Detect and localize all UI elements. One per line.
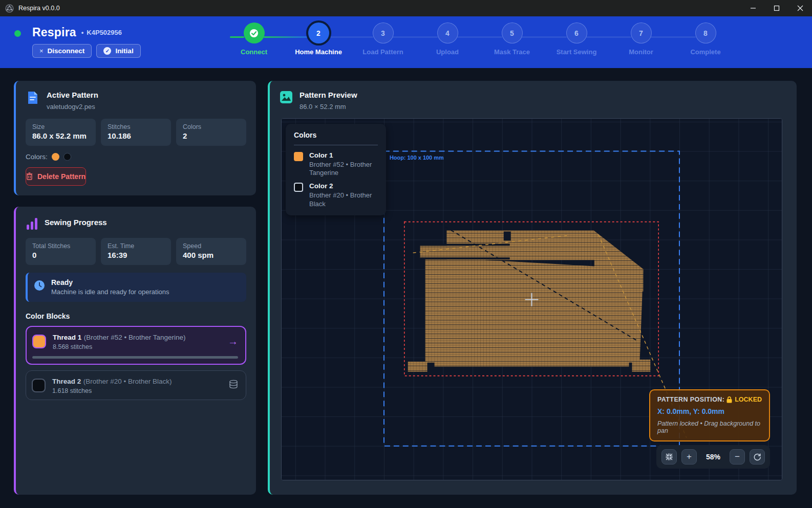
clock-icon — [34, 280, 45, 291]
position-coordinates: X: 0.0mm, Y: 0.0mm — [657, 407, 762, 415]
preview-canvas[interactable]: Hoop: 100 x 100 mm — [281, 118, 782, 480]
active-pattern-card: Active Pattern valetudogv2.pes Size 86.0… — [14, 81, 256, 195]
step-monitor[interactable]: 7 Monitor — [609, 23, 673, 56]
trash-icon — [26, 172, 33, 180]
connection-status-dot — [14, 30, 21, 37]
fit-to-screen-button[interactable] — [661, 449, 677, 465]
minimize-icon[interactable] — [741, 0, 765, 16]
document-icon — [26, 91, 40, 105]
zoom-level: 58% — [701, 453, 725, 461]
sewing-progress-card: Sewing Progress Total Stitches 0 Est. Ti… — [14, 207, 256, 495]
app-icon — [5, 4, 14, 13]
compress-icon — [666, 453, 673, 460]
pattern-preview-card: Pattern Preview 86.0 × 52.2 mm — [268, 81, 797, 495]
status-title: Ready — [51, 278, 169, 286]
thread-block-1[interactable]: Thread 1 (Brother #52 • Brother Tangerin… — [26, 326, 246, 365]
lock-icon — [726, 396, 732, 403]
machine-status-banner: Ready Machine is idle and ready for oper… — [26, 273, 246, 302]
step-connect-check-icon — [244, 23, 265, 43]
delete-pattern-button[interactable]: Delete Pattern — [26, 167, 86, 186]
legend-item-color-1: Color 1 Brother #52 • Brother Tangerine — [294, 151, 378, 178]
hoop-label: Hoop: 100 x 100 mm — [390, 154, 444, 161]
pattern-filename: valetudogv2.pes — [47, 103, 98, 111]
sewing-progress-title: Sewing Progress — [45, 218, 107, 228]
close-icon[interactable] — [788, 0, 812, 16]
legend-swatch-1 — [294, 152, 303, 161]
step-load-pattern[interactable]: 3 Load Pattern — [351, 23, 415, 56]
image-icon — [280, 91, 293, 104]
pattern-preview-title: Pattern Preview — [300, 91, 357, 100]
titlebar: Respira v0.0.0 — [0, 0, 812, 16]
colors-label: Colors: — [26, 153, 48, 161]
position-hint: Pattern locked • Drag background to pan — [657, 420, 762, 434]
pattern-dimensions: 86.0 × 52.2 mm — [300, 103, 357, 111]
stat-colors: Colors 2 — [176, 119, 246, 146]
serial-bullet: • — [81, 29, 84, 36]
position-label: PATTERN POSITION: — [657, 396, 724, 403]
legend-title: Colors — [294, 131, 378, 139]
thread-queue-icon — [228, 380, 239, 391]
active-pattern-title: Active Pattern — [47, 91, 98, 100]
step-mask-trace[interactable]: 5 Mask Trace — [480, 23, 544, 56]
stat-stitches: Stitches 10.186 — [101, 119, 171, 146]
stat-size: Size 86.0 x 52.2 mm — [26, 119, 96, 146]
locked-badge: LOCKED — [726, 396, 762, 403]
color-swatch-2 — [63, 153, 71, 161]
step-complete[interactable]: 8 Complete — [673, 23, 738, 56]
color-swatch-1 — [52, 153, 59, 161]
zoom-out-button[interactable]: − — [730, 449, 745, 465]
refresh-icon — [754, 453, 761, 461]
colors-legend: Colors Color 1 Brother #52 • Brother Tan… — [286, 124, 386, 215]
maximize-icon[interactable] — [765, 0, 788, 16]
disconnect-button[interactable]: × Disconnect — [32, 44, 92, 58]
reset-view-button[interactable] — [750, 449, 765, 465]
stat-speed: Speed 400 spm — [176, 238, 246, 265]
wizard-stepper: Connect 2 Home Machine 3 Load Pattern 4 … — [222, 23, 738, 56]
color-blocks-label: Color Blocks — [16, 302, 256, 320]
thread-block-2[interactable]: Thread 2 (Brother #20 • Brother Black) 1… — [26, 370, 246, 400]
legend-item-color-2: Color 2 Brother #20 • Brother Black — [294, 182, 378, 208]
pattern-position-overlay: PATTERN POSITION: LOCKED X: 0.0mm, Y: 0.… — [649, 389, 770, 441]
initial-button[interactable]: ✓ Initial — [96, 44, 140, 58]
disconnect-x-icon: × — [39, 47, 44, 55]
machine-serial: K4P502956 — [87, 29, 122, 36]
stat-est-time: Est. Time 16:39 — [101, 238, 171, 265]
step-upload[interactable]: 4 Upload — [415, 23, 480, 56]
zoom-controls: + 58% − — [656, 445, 770, 469]
brand-title: Respira — [32, 26, 76, 39]
bar-chart-icon — [27, 216, 37, 230]
zoom-in-button[interactable]: + — [681, 449, 697, 465]
stat-total-stitches: Total Stitches 0 — [26, 238, 96, 265]
thread-1-progress-bar — [32, 356, 238, 359]
legend-swatch-2 — [294, 183, 303, 192]
thread-2-swatch — [32, 379, 46, 392]
step-start-sewing[interactable]: 6 Start Sewing — [544, 23, 609, 56]
thread-1-swatch — [32, 335, 46, 348]
window-title: Respira v0.0.0 — [18, 5, 60, 12]
step-home-machine[interactable]: 2 Home Machine — [286, 23, 351, 56]
thread-active-arrow-icon: → — [228, 336, 238, 347]
header: Respira •K4P502956 × Disconnect ✓ Initia… — [0, 16, 812, 68]
status-description: Machine is idle and ready for operations — [51, 288, 169, 296]
step-connect[interactable]: Connect — [222, 23, 286, 56]
initial-check-icon: ✓ — [103, 47, 111, 55]
